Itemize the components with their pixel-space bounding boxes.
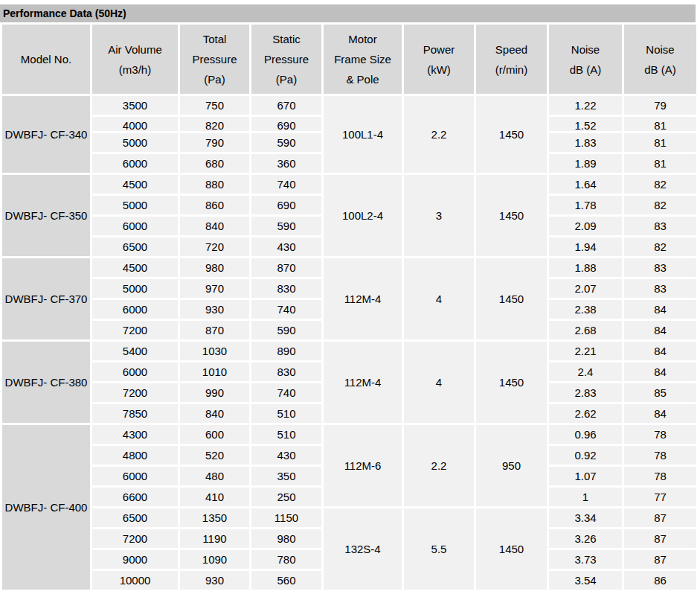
cell-static-pressure-value: 430 (251, 237, 321, 256)
table-row: DWBFJ- CF-3504500880740100L2-4314501.648… (2, 175, 696, 194)
cell-static-pressure: 690 (251, 196, 321, 214)
cell-air-volume-value: 6000 (92, 363, 178, 381)
cell-noise-1: 1.07 (549, 467, 622, 485)
cell-noise-1-value: 1.52 (549, 117, 622, 131)
cell-noise-2-value: 78 (624, 467, 696, 485)
cell-air-volume-value: 6500 (92, 508, 178, 527)
cell-air-volume-value: 4500 (92, 175, 178, 194)
cell-static-pressure-value: 590 (251, 217, 321, 235)
cell-air-volume-value: 4000 (92, 117, 178, 131)
cell-total-pressure: 480 (180, 467, 249, 485)
header-static-pressure-line: Static (251, 29, 321, 49)
header-total-pressure-line: Total (180, 29, 249, 49)
cell-noise-1: 2.21 (549, 342, 622, 360)
cell-noise-2-value: 82 (624, 175, 696, 194)
cell-noise-1: 1.88 (549, 258, 622, 277)
cell-total-pressure: 410 (180, 488, 249, 506)
cell-static-pressure: 510 (251, 425, 321, 444)
cell-noise-1: 0.92 (549, 446, 622, 465)
cell-motor-frame: 100L1-4 (324, 96, 402, 173)
cell-noise-2: 81 (624, 154, 696, 173)
header-noise-2-line: dB (A) (624, 60, 696, 80)
cell-noise-2: 82 (624, 196, 696, 214)
header-noise-1-line: dB (A) (549, 60, 622, 80)
cell-air-volume-value: 4300 (92, 425, 178, 444)
cell-air-volume: 3500 (92, 96, 178, 115)
cell-air-volume: 7200 (92, 383, 178, 402)
cell-power: 2.2 (404, 425, 474, 506)
header-air-volume-line: Air Volume (92, 39, 178, 60)
cell-motor-frame: 112M-6 (324, 425, 402, 506)
cell-static-pressure-value: 560 (251, 571, 321, 590)
model-cell: DWBFJ- CF-350 (2, 175, 90, 256)
cell-air-volume-value: 7200 (92, 529, 178, 548)
cell-total-pressure-value: 970 (180, 279, 249, 298)
cell-air-volume: 6000 (92, 154, 178, 173)
cell-noise-2-value: 87 (624, 550, 696, 569)
cell-noise-2: 78 (624, 467, 696, 485)
cell-noise-2-value: 82 (624, 196, 696, 214)
cell-total-pressure: 600 (180, 425, 249, 444)
header-noise-2: NoisedB (A) (624, 25, 696, 94)
cell-static-pressure-value: 830 (251, 363, 321, 381)
header-static-pressure-line: (Pa) (251, 69, 321, 89)
cell-noise-2: 83 (624, 217, 696, 235)
cell-air-volume: 9000 (92, 550, 178, 569)
table-row: 650013501150132S-45.514503.3487 (2, 508, 696, 527)
cell-total-pressure: 930 (180, 571, 249, 590)
table-row: DWBFJ- CF-38054001030890112M-4414502.218… (2, 342, 696, 360)
cell-noise-1: 3.73 (549, 550, 622, 569)
model-cell: DWBFJ- CF-400 (2, 425, 90, 590)
cell-speed: 1450 (476, 342, 547, 423)
header-power: Power(kW) (404, 25, 474, 94)
cell-noise-2: 79 (624, 96, 696, 115)
cell-noise-2: 84 (624, 300, 696, 319)
cell-static-pressure: 510 (251, 404, 321, 423)
cell-noise-1: 2.38 (549, 300, 622, 319)
cell-total-pressure-value: 680 (180, 154, 249, 173)
cell-noise-2-value: 81 (624, 117, 696, 131)
page: Performance Data (50Hz) Model No.Air Vol… (0, 0, 700, 592)
cell-static-pressure: 590 (251, 133, 321, 152)
cell-air-volume-value: 5000 (92, 279, 178, 298)
cell-total-pressure: 1010 (180, 363, 249, 381)
table-header: Model No.Air Volume(m3/h)TotalPressure(P… (2, 25, 696, 94)
cell-static-pressure: 870 (251, 258, 321, 277)
cell-noise-1-value: 1.83 (549, 133, 622, 152)
cell-total-pressure: 750 (180, 96, 249, 115)
cell-speed: 1450 (476, 96, 547, 173)
cell-total-pressure-value: 860 (180, 196, 249, 214)
cell-air-volume-value: 7200 (92, 383, 178, 402)
cell-static-pressure-value: 590 (251, 321, 321, 339)
cell-static-pressure-value: 870 (251, 258, 321, 277)
cell-total-pressure: 520 (180, 446, 249, 465)
cell-noise-1-value: 2.07 (549, 279, 622, 298)
cell-static-pressure: 740 (251, 300, 321, 319)
cell-noise-2-value: 83 (624, 217, 696, 235)
cell-air-volume: 6000 (92, 363, 178, 381)
cell-static-pressure: 890 (251, 342, 321, 360)
cell-air-volume: 5000 (92, 196, 178, 214)
cell-static-pressure-value: 590 (251, 133, 321, 152)
cell-noise-2: 84 (624, 321, 696, 339)
cell-air-volume: 7850 (92, 404, 178, 423)
cell-air-volume-value: 5000 (92, 133, 178, 152)
cell-total-pressure-value: 790 (180, 133, 249, 152)
cell-air-volume-value: 7200 (92, 321, 178, 339)
cell-total-pressure-value: 1010 (180, 363, 249, 381)
cell-power: 4 (404, 342, 474, 423)
model-cell: DWBFJ- CF-380 (2, 342, 90, 423)
cell-noise-1: 1.94 (549, 237, 622, 256)
cell-total-pressure-value: 1030 (180, 342, 249, 360)
cell-air-volume: 5400 (92, 342, 178, 360)
cell-static-pressure-value: 780 (251, 550, 321, 569)
cell-air-volume-value: 6000 (92, 217, 178, 235)
cell-total-pressure: 720 (180, 237, 249, 256)
cell-noise-1: 1.83 (549, 133, 622, 152)
cell-static-pressure: 980 (251, 529, 321, 548)
cell-noise-2: 81 (624, 117, 696, 131)
header-motor-frame-line: Frame Size (324, 49, 402, 69)
table-row: DWBFJ- CF-3704500980870112M-4414501.8883 (2, 258, 696, 277)
cell-static-pressure: 360 (251, 154, 321, 173)
cell-total-pressure: 990 (180, 383, 249, 402)
